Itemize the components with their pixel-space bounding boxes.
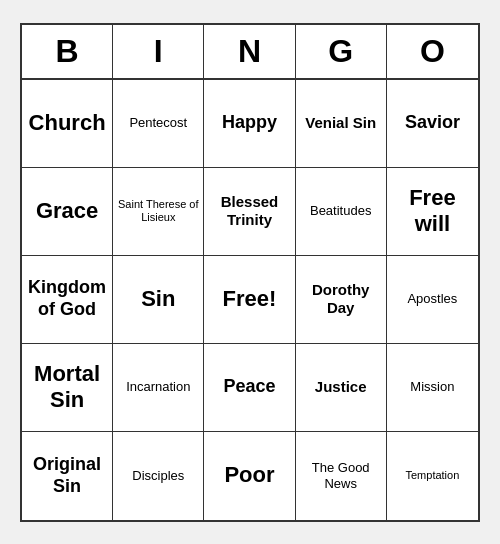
bingo-card: BINGO ChurchPentecostHappyVenial SinSavi…	[20, 23, 480, 522]
bingo-cell: Original Sin	[22, 432, 113, 520]
bingo-cell: Free will	[387, 168, 478, 256]
bingo-cell: Blessed Trinity	[204, 168, 295, 256]
bingo-cell: Apostles	[387, 256, 478, 344]
cell-text: Beatitudes	[310, 203, 371, 219]
cell-text: Disciples	[132, 468, 184, 484]
cell-text: Mission	[410, 379, 454, 395]
cell-text: Incarnation	[126, 379, 190, 395]
header-letter: G	[296, 25, 387, 78]
cell-text: Blessed Trinity	[208, 193, 290, 229]
header-letter: N	[204, 25, 295, 78]
cell-text: Church	[29, 110, 106, 136]
cell-text: Happy	[222, 112, 277, 134]
cell-text: Free will	[391, 185, 474, 238]
bingo-cell: Beatitudes	[296, 168, 387, 256]
bingo-cell: Incarnation	[113, 344, 204, 432]
cell-text: Temptation	[405, 469, 459, 482]
bingo-cell: Grace	[22, 168, 113, 256]
bingo-cell: Peace	[204, 344, 295, 432]
cell-text: Original Sin	[26, 454, 108, 497]
bingo-cell: Saint Therese of Lisieux	[113, 168, 204, 256]
bingo-cell: Mission	[387, 344, 478, 432]
bingo-cell: Kingdom of God	[22, 256, 113, 344]
bingo-cell: Dorothy Day	[296, 256, 387, 344]
cell-text: Dorothy Day	[300, 281, 382, 317]
bingo-cell: Disciples	[113, 432, 204, 520]
header-letter: I	[113, 25, 204, 78]
bingo-cell: Venial Sin	[296, 80, 387, 168]
cell-text: Free!	[223, 286, 277, 312]
cell-text: Pentecost	[129, 115, 187, 131]
bingo-cell: Church	[22, 80, 113, 168]
header-letter: B	[22, 25, 113, 78]
cell-text: Kingdom of God	[26, 277, 108, 320]
cell-text: Mortal Sin	[26, 361, 108, 414]
bingo-cell: Savior	[387, 80, 478, 168]
cell-text: Saint Therese of Lisieux	[117, 198, 199, 224]
cell-text: Peace	[223, 376, 275, 398]
cell-text: Apostles	[407, 291, 457, 307]
header-letter: O	[387, 25, 478, 78]
cell-text: Venial Sin	[305, 114, 376, 132]
cell-text: Justice	[315, 378, 367, 396]
bingo-cell: Happy	[204, 80, 295, 168]
cell-text: The Good News	[300, 460, 382, 491]
bingo-cell: Poor	[204, 432, 295, 520]
bingo-cell: Justice	[296, 344, 387, 432]
bingo-cell: Temptation	[387, 432, 478, 520]
cell-text: Savior	[405, 112, 460, 134]
cell-text: Grace	[36, 198, 98, 224]
cell-text: Poor	[224, 462, 274, 488]
bingo-cell: Sin	[113, 256, 204, 344]
bingo-grid: ChurchPentecostHappyVenial SinSaviorGrac…	[22, 80, 478, 520]
bingo-cell: The Good News	[296, 432, 387, 520]
bingo-cell: Free!	[204, 256, 295, 344]
cell-text: Sin	[141, 286, 175, 312]
bingo-cell: Pentecost	[113, 80, 204, 168]
bingo-cell: Mortal Sin	[22, 344, 113, 432]
bingo-header: BINGO	[22, 25, 478, 80]
